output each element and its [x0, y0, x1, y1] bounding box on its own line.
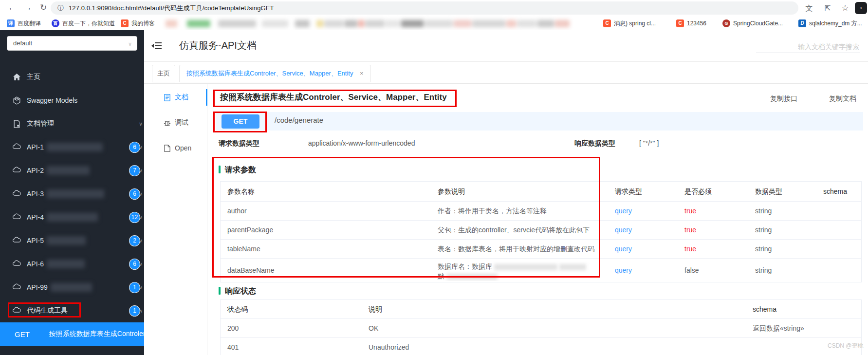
- home-icon: [13, 73, 21, 81]
- share-icon[interactable]: ⇱: [822, 2, 833, 14]
- forward-icon[interactable]: →: [21, 1, 34, 14]
- param-desc: 表名：数据库表名，将用于映射对应的增删查改代码: [431, 240, 608, 258]
- section-bar: [219, 287, 221, 295]
- sidebar-item-api-6[interactable]: API-6 6 ∨: [0, 252, 144, 276]
- bookmark-label: 123456: [687, 20, 706, 27]
- bookmark-my-blog[interactable]: C 我的博客: [121, 18, 155, 29]
- param-name: author: [221, 202, 431, 220]
- count-badge: 1: [129, 306, 140, 316]
- bookmark-label: 消息) spring cl...: [614, 19, 656, 28]
- translate-icon[interactable]: 文: [803, 2, 815, 14]
- main-header: 仿真服务-API文档: [144, 30, 868, 62]
- tabs-bar: 主页 按照系统数据库表生成Controler、Service、Mapper、En…: [144, 62, 868, 84]
- group-select[interactable]: default ∨: [7, 36, 137, 51]
- copy-doc-link[interactable]: 复制文档: [829, 94, 856, 103]
- table-row: 200 OK 返回数据«string»: [221, 319, 861, 338]
- bookmark-favicon: D: [798, 19, 806, 27]
- section-bar: [219, 166, 221, 173]
- table-row: dataBaseName 数据库名：数据库 默 query false stri…: [221, 259, 861, 282]
- document-icon: [164, 94, 171, 101]
- redacted-text: [47, 143, 103, 151]
- doc-search-input[interactable]: [756, 42, 860, 53]
- side-tab-label: 调试: [175, 118, 188, 127]
- redacted-bookmarks: [166, 19, 600, 28]
- sidebar-item-swagger-models[interactable]: Swagger Models: [0, 89, 144, 112]
- sidebar-item-api-99[interactable]: API-99 1 ∨: [0, 276, 144, 299]
- bookmark-baidu-translate[interactable]: 译 百度翻译: [7, 18, 41, 29]
- bookmark-123456[interactable]: C 123456: [676, 18, 706, 29]
- bookmark-springcloudgate[interactable]: G SpringCloudGate...: [722, 18, 783, 29]
- close-icon[interactable]: ×: [360, 70, 364, 77]
- chevron-down-icon: ∨: [139, 191, 143, 197]
- group-select-value: default: [13, 39, 32, 47]
- sidebar-item-api-5[interactable]: API-5 2 ∨: [0, 229, 144, 252]
- api-group-icon: [13, 213, 21, 222]
- bookmark-baidu[interactable]: 百 百度一下，你就知道: [52, 18, 115, 29]
- bookmark-sqlalchemy[interactable]: D sqlalchemy_dm 方...: [798, 18, 862, 29]
- param-in: query: [608, 221, 678, 239]
- extension-panel-icon[interactable]: ›: [855, 2, 867, 14]
- col-header: 请求类型: [608, 182, 678, 201]
- method-get-button[interactable]: GET: [222, 114, 259, 129]
- redacted-text: [446, 274, 498, 280]
- models-cube-icon: [13, 96, 21, 105]
- redacted-text: [494, 264, 557, 270]
- side-tab-debug[interactable]: 调试: [144, 111, 207, 134]
- sidebar-item-doc-manage[interactable]: 文档管理 ∨: [0, 112, 144, 135]
- side-tab-label: 文档: [175, 93, 188, 102]
- param-desc: 父包：生成的controller、servcie代码将放在此包下: [431, 221, 608, 239]
- table-row: 401 Unauthorized: [221, 338, 861, 355]
- api-group-icon: [13, 143, 21, 151]
- sidebar-item-api-4[interactable]: API-4 12 ∨: [0, 206, 144, 229]
- params-table-header: 参数名称 参数说明 请求类型 是否必须 数据类型 schema: [221, 182, 861, 202]
- sidebar-item-api-3[interactable]: API-3 6 ∨: [0, 182, 144, 206]
- api-group-icon: [13, 190, 21, 198]
- redacted-text: [47, 166, 90, 175]
- copy-api-link[interactable]: 复制接口: [770, 94, 797, 103]
- response-type-value: [ "*/*" ]: [639, 135, 659, 151]
- col-header: schema: [816, 182, 861, 201]
- col-header: 数据类型: [748, 182, 816, 201]
- sidebar-item-api-2[interactable]: API-2 7 ∨: [0, 159, 144, 182]
- sidebar-operation-selected[interactable]: GET 按照系统数据库表生成Controler、S: [0, 322, 144, 346]
- status-table: 状态码 说明 schema 200 OK 返回数据«string» 401 Un…: [220, 299, 862, 355]
- back-icon[interactable]: ←: [6, 1, 18, 14]
- address-bar[interactable]: ⓘ 127.0.0.1:9090/doc.html#/default/代码生成工…: [51, 1, 798, 15]
- method-tag: GET: [15, 330, 30, 338]
- sidebar-item-code-generator[interactable]: 代码生成工具 1 ∧: [0, 299, 144, 322]
- page-info-icon[interactable]: ⓘ: [57, 4, 64, 13]
- reload-icon[interactable]: ↻: [37, 1, 50, 14]
- col-header: 参数说明: [431, 182, 608, 201]
- param-type: string: [748, 259, 816, 282]
- sidebar-item-label: 文档管理: [27, 119, 54, 128]
- param-type: string: [748, 202, 816, 220]
- col-header: 状态码: [221, 300, 362, 318]
- tab-home[interactable]: 主页: [152, 65, 175, 82]
- param-in: query: [608, 240, 678, 258]
- redacted-text: [47, 213, 98, 222]
- request-type-label: 请求数据类型: [219, 135, 259, 151]
- chevron-down-icon: ∨: [139, 284, 143, 291]
- bookmark-star-icon[interactable]: ☆: [839, 2, 851, 14]
- bookmark-spring-cloud[interactable]: C 消息) spring cl...: [603, 18, 656, 29]
- status-section-title: 响应状态: [219, 285, 256, 297]
- sidebar-item-home[interactable]: 主页: [0, 65, 144, 89]
- status-desc: Unauthorized: [362, 338, 746, 355]
- col-header: schema: [746, 300, 861, 318]
- bookmark-label: SpringCloudGate...: [733, 20, 783, 27]
- api-group-icon: [13, 260, 21, 268]
- screenshot-root: ← → ↻ ⓘ 127.0.0.1:9090/doc.html#/default…: [0, 0, 868, 355]
- request-type-value: application/x-www-form-urlencoded: [308, 135, 415, 151]
- chevron-down-icon: ∨: [139, 168, 143, 174]
- menu-fold-icon[interactable]: [151, 41, 163, 53]
- chevron-up-icon: ∧: [139, 308, 143, 314]
- status-desc: OK: [362, 319, 746, 337]
- side-tab-open[interactable]: Open: [144, 136, 207, 160]
- endpoint-path: /code/generate: [275, 116, 323, 124]
- sidebar-item-label: Swagger Models: [27, 96, 77, 104]
- tab-label: 按照系统数据库表生成Controler、Service、Mapper、Entit…: [186, 70, 353, 77]
- side-tab-doc[interactable]: 文档: [144, 86, 207, 109]
- sidebar-item-api-1[interactable]: API-1 6 ∨: [0, 135, 144, 159]
- tab-active-operation[interactable]: 按照系统数据库表生成Controler、Service、Mapper、Entit…: [179, 65, 371, 82]
- param-type: string: [748, 240, 816, 258]
